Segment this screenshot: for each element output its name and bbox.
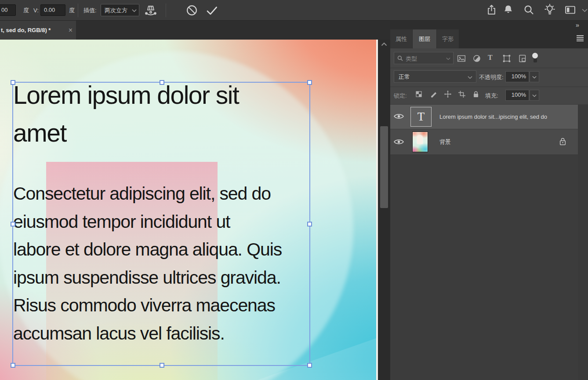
layers-panel: 类型 T xyxy=(390,48,588,380)
filter-toggle-switch[interactable] xyxy=(532,53,538,63)
document-tab[interactable]: t, sed do, RGB/8) * × xyxy=(0,21,76,40)
lock-label: 锁定: xyxy=(394,92,407,100)
transform-handle-bottom-right[interactable] xyxy=(307,363,312,368)
lock-position-icon[interactable] xyxy=(444,90,452,98)
layer-lock-icon xyxy=(559,137,567,146)
collapse-panels-icon[interactable]: » xyxy=(576,21,578,29)
fill-dropdown-button[interactable] xyxy=(530,90,539,101)
cancel-transform-icon[interactable] xyxy=(186,4,198,16)
transform-handle-bottom-left[interactable] xyxy=(11,363,15,368)
warp-mode-icon[interactable] xyxy=(144,4,158,18)
blend-mode-dropdown[interactable]: 正常 xyxy=(394,70,476,83)
opacity-label: 不透明度: xyxy=(479,73,504,81)
scroll-up-icon[interactable] xyxy=(381,42,388,47)
transform-handle-middle-right[interactable] xyxy=(307,222,312,227)
chevron-down-icon xyxy=(532,76,537,79)
h-skew-value: 00 xyxy=(1,7,7,13)
commit-transform-icon[interactable] xyxy=(205,4,218,17)
filter-type-layers-icon[interactable]: T xyxy=(488,54,493,62)
tab-glyphs[interactable]: 字形 xyxy=(437,29,459,48)
panel-menu-icon[interactable] xyxy=(577,35,584,42)
search-icon xyxy=(397,55,403,62)
layer-name[interactable]: 背景 xyxy=(439,129,451,154)
interpolation-label: 插值: xyxy=(83,7,97,14)
transform-handle-top-left[interactable] xyxy=(11,80,15,85)
options-separator xyxy=(78,4,78,17)
opacity-value: 100% xyxy=(512,73,526,80)
lock-transparent-pixels-icon[interactable] xyxy=(415,90,423,98)
layers-controls: 类型 T xyxy=(390,48,588,104)
document-title: t, sed do, RGB/8) * xyxy=(0,21,65,40)
close-icon[interactable]: × xyxy=(69,21,73,40)
v-skew-field[interactable]: 0.00 xyxy=(40,4,65,16)
fill-label: 填充: xyxy=(485,92,498,100)
text-layer-thumbnail[interactable]: T xyxy=(410,107,432,127)
opacity-field[interactable]: 100% xyxy=(505,71,529,82)
h-skew-field[interactable]: 00 xyxy=(0,4,16,16)
tab-label: 字形 xyxy=(442,36,454,42)
search-icon[interactable] xyxy=(523,4,535,16)
visibility-eye-icon[interactable] xyxy=(394,139,404,145)
search-placeholder: 类型 xyxy=(406,55,417,63)
filter-adjustment-layers-icon[interactable] xyxy=(472,54,481,63)
visibility-eye-icon[interactable] xyxy=(394,113,404,120)
options-separator xyxy=(166,4,166,17)
filter-pixel-layers-icon[interactable] xyxy=(457,54,466,63)
chevron-down-icon xyxy=(532,94,537,97)
v-skew-value: 0.00 xyxy=(44,7,55,13)
interpolation-value: 两次立方 xyxy=(105,4,127,16)
chevron-down-icon xyxy=(132,9,137,12)
tab-label: 图层 xyxy=(419,36,430,42)
filter-smart-objects-icon[interactable] xyxy=(518,54,527,63)
tab-layers[interactable]: 图层 xyxy=(413,29,436,48)
transform-handle-bottom-center[interactable] xyxy=(160,363,164,368)
transform-handle-top-right[interactable] xyxy=(307,80,312,85)
layers-list-right-gutter xyxy=(578,105,588,380)
photoshop-window: 00 度 V: 0.00 度 插值: 两次立方 xyxy=(0,0,588,380)
right-panel: » 属性 图层 字形 类型 xyxy=(390,21,588,380)
chevron-down-icon[interactable] xyxy=(582,8,588,12)
canvas-scrollbar xyxy=(376,40,390,380)
lock-artboard-icon[interactable] xyxy=(458,90,466,98)
vertical-scrollbar-thumb[interactable] xyxy=(380,126,388,208)
layer-row-text[interactable]: T Lorem ipsum dolor sit...ipiscing elit,… xyxy=(390,105,578,129)
layer-row-background[interactable]: 背景 xyxy=(390,129,578,154)
layer-filter-search[interactable]: 类型 xyxy=(394,52,454,64)
discover-lightbulb-icon[interactable] xyxy=(544,4,556,16)
blend-mode-value: 正常 xyxy=(399,73,410,81)
chevron-down-icon xyxy=(446,57,450,60)
h-unit-label: 度 xyxy=(23,7,29,14)
transform-handle-top-center[interactable] xyxy=(160,80,164,85)
background-layer-thumbnail[interactable] xyxy=(412,132,428,152)
filter-shape-layers-icon[interactable] xyxy=(502,54,511,63)
fill-field[interactable]: 100% xyxy=(505,90,529,101)
v-unit-label: 度 xyxy=(69,7,75,14)
canvas-area[interactable]: Lorem ipsum dolor sit amet Consectetur a… xyxy=(0,40,376,380)
transform-handle-middle-left[interactable] xyxy=(11,222,15,227)
interpolation-dropdown[interactable]: 两次立方 xyxy=(101,4,139,16)
transform-bounding-box xyxy=(12,82,310,366)
layer-name[interactable]: Lorem ipsum dolor sit...ipiscing elit, s… xyxy=(439,105,547,129)
share-icon[interactable] xyxy=(486,4,497,16)
chevron-down-icon xyxy=(468,76,472,79)
workspace-switcher-icon[interactable] xyxy=(564,4,577,16)
notifications-bell-icon[interactable] xyxy=(502,4,514,16)
opacity-dropdown-button[interactable] xyxy=(530,71,539,82)
tab-label: 属性 xyxy=(396,36,407,42)
fill-value: 100% xyxy=(512,91,526,98)
canvas-edge xyxy=(376,40,378,380)
tab-properties[interactable]: 属性 xyxy=(390,29,412,48)
lock-image-pixels-icon[interactable] xyxy=(430,90,438,98)
transform-options-bar: 00 度 V: 0.00 度 插值: 两次立方 xyxy=(0,0,588,21)
v-skew-label: V: xyxy=(33,7,39,14)
lock-all-icon[interactable] xyxy=(472,90,480,98)
